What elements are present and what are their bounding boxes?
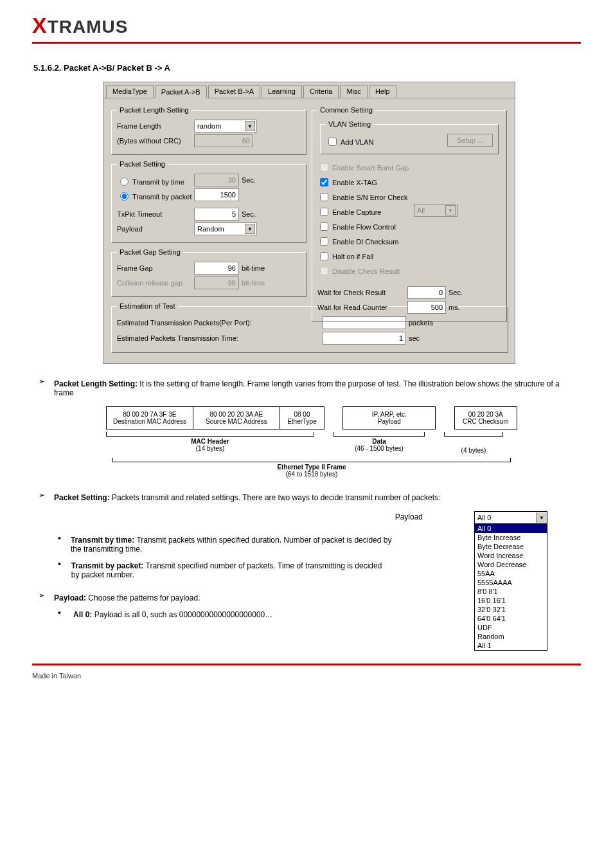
checkbox-flow[interactable] [320, 222, 328, 231]
group-estimation-title: Estimation of Test [117, 302, 178, 310]
payload-option[interactable]: Word Decrease [475, 560, 547, 569]
group-packet-gap-title: Packet Gap Setting [117, 248, 183, 256]
group-packet-gap: Packet Gap Setting Frame Gap bit-time Co… [111, 248, 306, 297]
group-packet-length-title: Packet Length Setting [117, 106, 191, 114]
payload-option[interactable]: All 1 [475, 641, 547, 650]
label-est-time: Estimated Packets Transmission Time: [117, 334, 284, 342]
payload-option[interactable]: 64'0 64'1 [475, 614, 547, 623]
group-packet-setting: Packet Setting Transmit by time Sec. Tra… [111, 160, 306, 243]
label-wait-check: Wait for Check Result [317, 289, 407, 296]
payload-dd-select[interactable]: All 0 ▼ [475, 512, 547, 524]
brand-logo: XTRAMUS [32, 13, 581, 38]
capture-select-value: All [417, 206, 425, 214]
radio-transmit-time[interactable] [120, 177, 129, 186]
unit-sec-2: Sec. [242, 210, 256, 218]
label-xtag: Enable X-TAG [332, 179, 377, 186]
checkbox-xtag[interactable] [320, 178, 328, 186]
label-halt: Halt on if Fail [332, 253, 373, 260]
tab-misc[interactable]: Misc [340, 85, 368, 98]
payload-option[interactable]: 16'0 16'1 [475, 596, 547, 605]
wait-read-input[interactable] [407, 301, 446, 314]
group-vlan-title: VLAN Setting [326, 120, 373, 128]
checkbox-di-wrap[interactable]: Enable DI Checksum [317, 234, 414, 246]
sub-all-0: All 0: Payload is all 0, such as 0000000… [73, 610, 272, 619]
group-packet-length: Packet Length Setting Frame Length rando… [111, 106, 306, 155]
checkbox-add-vlan-wrap[interactable]: Add VLAN [326, 134, 373, 147]
checkbox-smart-burst [320, 163, 328, 172]
label-transmit-packet: Transmit by packet [132, 193, 192, 201]
checkbox-halt-wrap[interactable]: Halt on if Fail [317, 249, 414, 261]
bullet-icon: ➢ [39, 591, 53, 600]
bullet-payload: Payload: Choose the patterns for payload… [54, 593, 200, 602]
payload-dd-list: All 0 Byte Increase Byte Decrease Word I… [475, 524, 547, 650]
tab-learning[interactable]: Learning [262, 85, 302, 98]
tab-mediatype[interactable]: MediaType [106, 85, 154, 98]
header-divider [32, 42, 581, 44]
chevron-down-icon: ▼ [245, 121, 255, 131]
checkbox-flow-wrap[interactable]: Enable Flow Control [317, 219, 414, 231]
payload-option[interactable]: Byte Increase [475, 533, 547, 542]
checkbox-capture-wrap[interactable]: Enable Capture [317, 204, 414, 217]
payload-option[interactable]: 8'0 8'1 [475, 587, 547, 596]
payload-option[interactable]: UDF [475, 623, 547, 632]
checkbox-add-vlan[interactable] [328, 138, 337, 146]
bullet-icon: • [58, 559, 70, 569]
collision-input [194, 276, 239, 289]
txpkt-timeout-input[interactable] [194, 208, 239, 221]
payload-select[interactable]: Random ▼ [194, 222, 257, 235]
chevron-down-icon: ▼ [536, 512, 547, 523]
group-common-title: Common Setting [317, 106, 375, 114]
bullet-icon: ➢ [39, 377, 53, 386]
wait-check-input[interactable] [407, 286, 446, 299]
label-capture: Enable Capture [332, 208, 381, 216]
tab-packet-a-b[interactable]: Packet A->B [155, 86, 207, 98]
label-sn: Enable S/N Error Check [332, 194, 407, 201]
transmit-time-input [194, 174, 239, 186]
payload-select-value: Random [197, 225, 224, 233]
tab-packet-b-a[interactable]: Packet B->A [208, 85, 260, 98]
radio-transmit-packet[interactable] [120, 192, 129, 201]
checkbox-xtag-wrap[interactable]: Enable X-TAG [317, 175, 414, 187]
payload-option[interactable]: Byte Decrease [475, 542, 547, 551]
tab-help[interactable]: Help [369, 85, 396, 98]
radio-transmit-packet-wrap[interactable]: Transmit by packet [117, 189, 194, 201]
bullet-icon: ➢ [39, 491, 53, 500]
label-payload: Payload [117, 225, 194, 233]
radio-transmit-time-wrap[interactable]: Transmit by time [117, 174, 194, 186]
checkbox-disable-check-wrap: Disable Check Result [317, 264, 414, 276]
tab-criteria[interactable]: Criteria [303, 85, 339, 98]
checkbox-capture[interactable] [320, 208, 328, 216]
payload-dd-value: All 0 [477, 514, 491, 521]
logo-x: X [32, 13, 48, 37]
payload-option[interactable]: Word Increase [475, 551, 547, 560]
checkbox-sn[interactable] [320, 193, 328, 201]
chevron-down-icon: ▼ [445, 205, 456, 215]
diagram-crc: 00 20 20 3A CRC Checksum [454, 406, 517, 429]
transmit-packet-input[interactable] [194, 188, 239, 201]
group-common-setting: Common Setting VLAN Setting Add VLAN Set… [312, 106, 507, 321]
frame-length-select-value: random [197, 122, 221, 130]
chevron-down-icon: ▼ [245, 224, 255, 234]
frame-gap-input[interactable] [194, 262, 239, 275]
payload-option[interactable]: 32'0 32'1 [475, 605, 547, 614]
payload-option[interactable]: Random [475, 632, 547, 641]
payload-option[interactable]: 5555AAAA [475, 578, 547, 587]
frame-length-select[interactable]: random ▼ [194, 120, 257, 132]
checkbox-smart-burst-wrap: Enable Smart Burst Gap [317, 160, 414, 172]
capture-select: All ▼ [414, 204, 458, 217]
checkbox-halt[interactable] [320, 252, 328, 260]
payload-option[interactable]: All 0 [475, 524, 547, 533]
ethernet-frame-diagram: 80 00 20 7A 3F 3E Destination MAC Addres… [106, 406, 517, 478]
label-transmit-time: Transmit by time [132, 178, 184, 186]
unit-sec-1: Sec. [242, 176, 256, 184]
checkbox-di[interactable] [320, 237, 328, 246]
bullet-icon: • [58, 533, 69, 543]
checkbox-sn-wrap[interactable]: Enable S/N Error Check [317, 190, 414, 202]
payload-option[interactable]: 55AA [475, 569, 547, 578]
sub-transmit-packet: Transmit by packet: Transmit specified n… [71, 561, 392, 579]
diagram-mac-header-label: MAC Header [106, 438, 314, 445]
group-vlan: VLAN Setting Add VLAN Setup ... [320, 120, 499, 154]
label-flow: Enable Flow Control [332, 223, 396, 231]
diagram-src-mac: 80 00 20 20 3A AE Source MAC Address [193, 406, 280, 429]
label-di: Enable DI Checksum [332, 238, 398, 246]
